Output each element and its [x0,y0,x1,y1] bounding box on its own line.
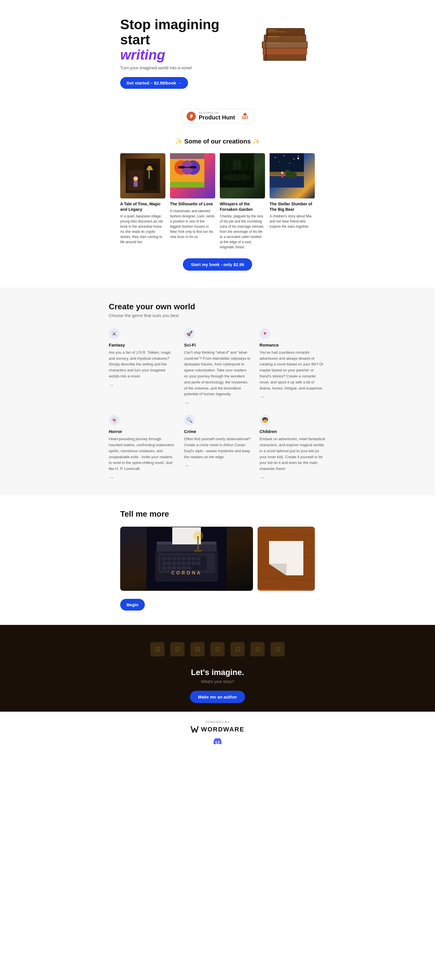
horror-name: Horror [109,429,175,434]
dice-1: ⚄ [150,642,165,656]
svg-point-64 [281,172,283,174]
book-desc-2: A charismatic and talented fashion desig… [170,208,215,239]
ph-text: FEATURED ON Product Hunt [198,111,235,121]
footer-dark: ⚄ ⚂ ⚅ ⚃ ⚁ ⚄ ⚂ Let's imagine. What's your… [0,625,435,755]
svg-point-57 [289,163,290,164]
genre-title: Create your own world [109,302,326,311]
svg-rect-34 [189,166,196,169]
svg-rect-74 [187,557,191,560]
dice-3: ⚅ [190,642,205,656]
scifi-desc: Can't stop thinking "what-if" and "what-… [184,350,251,397]
svg-rect-37 [170,182,204,188]
book-card-3: Whispers of the Forsaken Garden Charles,… [220,153,265,250]
book-title-1: A Tale of Time, Magic and Legacy [120,201,165,212]
book-image-1 [120,153,165,199]
book-card-4: The Stellar Slumber of The Big Bear A ch… [270,153,315,250]
crime-name: Crime [184,429,251,434]
genre-item-scifi[interactable]: 🚀 Sci-Fi Can't stop thinking "what-if" a… [184,328,251,406]
ph-votes: 107 [238,113,248,120]
svg-rect-18 [268,43,282,43]
romance-desc: You've had countless romantic adventures… [260,350,326,391]
svg-text:CORONA: CORONA [171,571,202,575]
corona-image: CORONA [120,527,253,591]
tell-more-section: Tell me more [0,495,435,625]
svg-rect-73 [182,557,186,560]
svg-rect-97 [197,536,198,550]
svg-point-61 [285,170,287,171]
wordware-logo: WORDWARE [11,725,424,733]
svg-point-58 [297,158,299,159]
svg-rect-63 [282,173,283,178]
svg-rect-26 [149,170,150,179]
crime-arrow[interactable]: → [184,463,251,469]
begin-button[interactable]: Begin [120,599,145,611]
scifi-arrow[interactable]: → [184,400,251,406]
dice-7: ⚂ [270,642,285,656]
svg-rect-80 [177,562,181,565]
paper-image [257,527,315,591]
hero-title-highlight: writing [120,47,165,62]
hero-title: Stop imagining start writing [120,17,252,62]
upvote-icon [243,113,247,115]
horror-desc: Heart-pounding journey through haunted r… [109,436,175,472]
svg-rect-87 [172,566,176,570]
svg-rect-71 [172,557,176,560]
genre-item-fantasy[interactable]: ⚔ Fantasy Are you a fan of J.R.R. Tolkie… [109,328,175,406]
hero-image [252,17,315,70]
svg-rect-89 [182,566,186,570]
svg-rect-17 [268,37,279,37]
svg-rect-86 [167,566,171,570]
children-arrow[interactable]: → [260,475,326,481]
book-illustration-2 [170,153,204,188]
genre-item-children[interactable]: 🧒 Children Embark on adventures, meet fa… [260,415,326,481]
product-hunt-badge[interactable]: FEATURED ON Product Hunt 107 [182,109,253,123]
creations-cta-button[interactable]: Start my book - only $2.99 [183,258,252,270]
svg-rect-69 [162,557,166,560]
genre-item-romance[interactable]: ♥ Romance You've had countless romantic … [260,328,326,406]
hero-section: Stop imagining start writing Turn your i… [0,0,435,100]
tellmore-images: CORONA [120,527,315,591]
svg-rect-88 [177,566,181,570]
svg-rect-81 [182,562,186,565]
footer-cta-button[interactable]: Make me an author [190,691,245,703]
book-illustration-1 [125,159,160,193]
wordware-w-icon [191,725,198,733]
genre-item-horror[interactable]: 👻 Horror Heart-pounding journey through … [109,415,175,481]
romance-arrow[interactable]: → [260,394,326,400]
svg-point-56 [279,162,280,162]
book-title-4: The Stellar Slumber of The Big Bear [270,201,315,212]
creations-section: ✨ Some of our creations ✨ [0,126,435,288]
paper-illustration [257,527,315,590]
svg-rect-36 [170,153,204,159]
footer-tagline: Let's imagine. [11,668,424,677]
ph-count: 107 [241,115,248,120]
svg-rect-78 [167,562,171,565]
svg-rect-84 [196,562,200,565]
discord-icon[interactable] [11,738,424,746]
fantasy-arrow[interactable]: → [109,382,175,388]
horror-arrow[interactable]: → [109,475,175,481]
svg-rect-70 [167,557,171,560]
svg-rect-3 [263,48,307,54]
wordware-text: WORDWARE [201,726,244,733]
genre-section: Create your own world Choose the genre t… [0,288,435,495]
svg-rect-85 [162,566,166,570]
svg-rect-5 [263,41,307,48]
book-title-3: Whispers of the Forsaken Garden [220,201,265,212]
hero-cta-button[interactable]: Get started – $2.99/book → [120,77,188,89]
svg-rect-76 [196,557,200,560]
svg-rect-77 [162,562,166,565]
svg-rect-79 [172,562,176,565]
svg-point-53 [284,155,284,156]
fantasy-name: Fantasy [109,342,175,347]
book-image-2 [170,153,215,199]
svg-point-54 [294,159,294,159]
book-image-3 [220,153,265,199]
product-hunt-logo [187,112,196,121]
hero-text: Stop imagining start writing Turn your i… [120,17,252,89]
svg-rect-72 [177,557,181,560]
fantasy-icon: ⚔ [109,328,120,339]
svg-rect-83 [192,562,195,565]
book-card-2: The Silhouette of Love A charismatic and… [170,153,215,250]
genre-item-crime[interactable]: 🔍 Crime Often find yourself overly obser… [184,415,251,481]
